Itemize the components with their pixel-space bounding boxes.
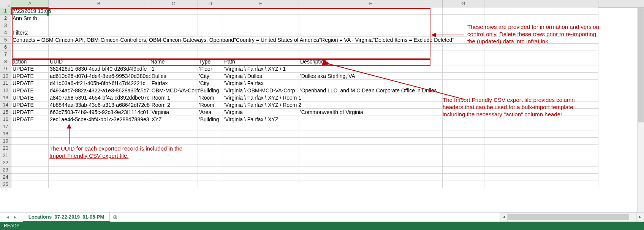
cell-rest[interactable]: [484, 65, 598, 73]
row-header[interactable]: 15: [0, 109, 11, 116]
cell-B18[interactable]: [49, 130, 149, 138]
cell-A15[interactable]: UPDATE: [11, 109, 49, 116]
cell-F2[interactable]: [299, 15, 443, 22]
tab-nav-next-icon[interactable]: ►: [13, 214, 17, 220]
cell-F20[interactable]: [299, 145, 443, 152]
cell-F17[interactable]: [299, 123, 443, 130]
cell-A3[interactable]: [11, 22, 49, 29]
cell-G19[interactable]: [443, 138, 484, 145]
cell-G17[interactable]: [443, 123, 484, 130]
row-header[interactable]: 22: [0, 159, 11, 167]
cell-G2[interactable]: [443, 15, 484, 22]
row-header[interactable]: 8: [0, 58, 11, 65]
row-header[interactable]: 20: [0, 145, 11, 152]
row-header[interactable]: 11: [0, 80, 11, 87]
cell-G22[interactable]: [443, 159, 484, 167]
cell-B13[interactable]: a8407a68-5391-4654-bf4a-cd392ddbe07c: [49, 94, 149, 102]
cell-rest[interactable]: [484, 123, 598, 130]
cell-D11[interactable]: 'City: [198, 80, 223, 87]
cell-B17[interactable]: [49, 123, 149, 130]
cell-B1[interactable]: [49, 8, 149, 15]
cell-C25[interactable]: [149, 181, 198, 188]
cell-A23[interactable]: [11, 167, 49, 174]
cell-E19[interactable]: [223, 138, 299, 145]
cell-A5[interactable]: Contracts = OBM-Cimcon-API, OBM-Cimcon-C…: [11, 36, 49, 44]
tab-nav-buttons[interactable]: ◄ ►: [0, 213, 23, 222]
cell-F24[interactable]: [299, 174, 443, 181]
cell-A22[interactable]: [11, 159, 49, 167]
cell-rest[interactable]: [484, 36, 598, 44]
cell-D21[interactable]: [198, 152, 223, 159]
cell-A1[interactable]: 7/22/2019 13:05: [11, 8, 49, 15]
cell-E23[interactable]: [223, 167, 299, 174]
cell-C17[interactable]: [149, 123, 198, 130]
cell-F11[interactable]: [299, 80, 443, 87]
vertical-scroll-thumb[interactable]: [638, 8, 644, 122]
cell-F7[interactable]: [299, 51, 443, 58]
cell-G12[interactable]: [443, 87, 484, 94]
horizontal-scroll-track[interactable]: [508, 213, 636, 222]
cell-E7[interactable]: [223, 51, 299, 58]
cell-D13[interactable]: 'Room: [198, 94, 223, 102]
cell-C8[interactable]: Name: [149, 58, 198, 65]
cell-D16[interactable]: 'Building: [198, 116, 223, 123]
cell-B19[interactable]: [49, 138, 149, 145]
cell-D7[interactable]: [198, 51, 223, 58]
cell-C2[interactable]: [149, 15, 198, 22]
cell-F19[interactable]: [299, 138, 443, 145]
cell-C23[interactable]: [149, 167, 198, 174]
cell-A14[interactable]: UPDATE: [11, 102, 49, 109]
cell-A19[interactable]: [11, 138, 49, 145]
cell-D14[interactable]: 'Room: [198, 102, 223, 109]
cell-B10[interactable]: ad610b26-d07d-4de4-8ee6-995340d380ec: [49, 73, 149, 80]
row-header[interactable]: 16: [0, 116, 11, 123]
cell-E10[interactable]: 'Virginia \ Dulles: [223, 73, 299, 80]
cell-B3[interactable]: [49, 22, 149, 29]
cell-A8[interactable]: action: [11, 58, 49, 65]
cell-D4[interactable]: [198, 29, 223, 36]
cell-C20[interactable]: [149, 145, 198, 152]
cell-rest[interactable]: [484, 87, 598, 94]
cell-D1[interactable]: [198, 8, 223, 15]
cell-rest[interactable]: [484, 58, 598, 65]
cell-E16[interactable]: 'Virginia \ Fairfax \ XYZ: [223, 116, 299, 123]
cell-B24[interactable]: [49, 174, 149, 181]
cell-C19[interactable]: [149, 138, 198, 145]
cell-G8[interactable]: [443, 58, 484, 65]
cell-C9[interactable]: '1: [149, 65, 198, 73]
col-header-C[interactable]: C: [149, 0, 198, 8]
cell-A18[interactable]: [11, 130, 49, 138]
cell-A17[interactable]: [11, 123, 49, 130]
cell-F22[interactable]: [299, 159, 443, 167]
row-header[interactable]: 6: [0, 44, 11, 51]
cell-D20[interactable]: [198, 145, 223, 152]
cell-rest[interactable]: [484, 152, 598, 159]
cell-D24[interactable]: [198, 174, 223, 181]
row-header[interactable]: 12: [0, 87, 11, 94]
col-header-B[interactable]: B: [49, 0, 149, 8]
cell-E18[interactable]: [223, 130, 299, 138]
cell-E25[interactable]: [223, 181, 299, 188]
cell-F10[interactable]: 'Dulles aka Sterling, VA: [299, 73, 443, 80]
cell-E1[interactable]: [223, 8, 299, 15]
horizontal-scrollbar[interactable]: ◄ ►: [500, 213, 644, 222]
row-header[interactable]: 3: [0, 22, 11, 29]
cell-rest[interactable]: [484, 51, 598, 58]
col-header-D[interactable]: D: [198, 0, 223, 8]
cell-A12[interactable]: UPDATE: [11, 87, 49, 94]
cell-C6[interactable]: [149, 44, 198, 51]
cell-F16[interactable]: [299, 116, 443, 123]
cell-F9[interactable]: [299, 65, 443, 73]
cell-C1[interactable]: [149, 8, 198, 15]
cell-E3[interactable]: [223, 22, 299, 29]
cell-E14[interactable]: 'Virginia \ Fairfax \ XYZ \ Room 2: [223, 102, 299, 109]
cell-rest[interactable]: [484, 116, 598, 123]
cell-G9[interactable]: [443, 65, 484, 73]
cell-C15[interactable]: 'Virginia: [149, 109, 198, 116]
cell-rest[interactable]: [484, 73, 598, 80]
cell-A11[interactable]: UPDATE: [11, 80, 49, 87]
cell-B2[interactable]: [49, 15, 149, 22]
scroll-left-icon[interactable]: ◄: [500, 213, 508, 222]
row-header[interactable]: 18: [0, 130, 11, 138]
cell-F4[interactable]: [299, 29, 443, 36]
